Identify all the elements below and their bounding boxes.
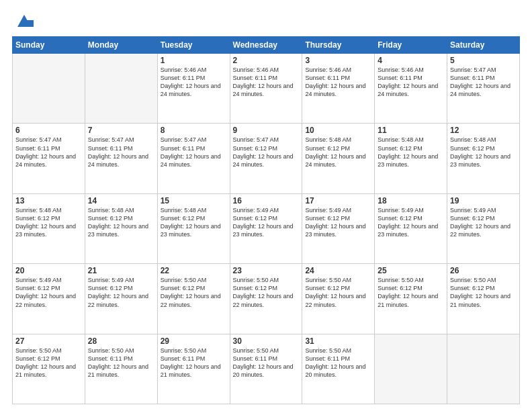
calendar-week-1: 1Sunrise: 5:46 AM Sunset: 6:11 PM Daylig…: [13, 54, 520, 124]
day-number: 18: [378, 196, 444, 205]
day-number: 7: [88, 126, 154, 135]
day-info: Sunrise: 5:49 AM Sunset: 6:12 PM Dayligh…: [450, 206, 517, 239]
day-number: 14: [88, 196, 154, 205]
day-info: Sunrise: 5:49 AM Sunset: 6:12 PM Dayligh…: [88, 276, 154, 309]
day-info: Sunrise: 5:50 AM Sunset: 6:11 PM Dayligh…: [161, 347, 227, 379]
calendar-cell: 28Sunrise: 5:50 AM Sunset: 6:11 PM Dayli…: [85, 334, 157, 404]
day-info: Sunrise: 5:50 AM Sunset: 6:11 PM Dayligh…: [88, 347, 154, 379]
day-number: 8: [161, 126, 227, 135]
day-info: Sunrise: 5:50 AM Sunset: 6:12 PM Dayligh…: [450, 276, 517, 309]
day-info: Sunrise: 5:47 AM Sunset: 6:12 PM Dayligh…: [233, 136, 300, 169]
day-number: 10: [305, 126, 371, 135]
calendar-table: SundayMondayTuesdayWednesdayThursdayFrid…: [12, 36, 520, 404]
day-number: 31: [305, 336, 371, 346]
logo: [12, 11, 34, 30]
calendar-week-3: 13Sunrise: 5:48 AM Sunset: 6:12 PM Dayli…: [13, 193, 520, 263]
day-info: Sunrise: 5:47 AM Sunset: 6:11 PM Dayligh…: [88, 136, 154, 169]
calendar-cell: 18Sunrise: 5:49 AM Sunset: 6:12 PM Dayli…: [375, 193, 447, 263]
day-number: 29: [161, 336, 227, 346]
day-number: 20: [15, 266, 82, 275]
weekday-header-thursday: Thursday: [302, 37, 375, 54]
calendar-cell: 16Sunrise: 5:49 AM Sunset: 6:12 PM Dayli…: [230, 193, 302, 263]
day-number: 16: [233, 196, 300, 205]
day-info: Sunrise: 5:50 AM Sunset: 6:11 PM Dayligh…: [305, 347, 371, 379]
day-info: Sunrise: 5:46 AM Sunset: 6:11 PM Dayligh…: [305, 66, 371, 99]
calendar-cell: 5Sunrise: 5:47 AM Sunset: 6:11 PM Daylig…: [447, 54, 520, 124]
calendar-cell: 25Sunrise: 5:50 AM Sunset: 6:12 PM Dayli…: [375, 264, 447, 334]
calendar-cell: [85, 54, 157, 124]
day-number: 4: [378, 56, 444, 65]
day-info: Sunrise: 5:50 AM Sunset: 6:12 PM Dayligh…: [305, 276, 371, 309]
calendar-cell: 27Sunrise: 5:50 AM Sunset: 6:12 PM Dayli…: [13, 334, 85, 404]
day-info: Sunrise: 5:49 AM Sunset: 6:12 PM Dayligh…: [305, 206, 371, 239]
calendar-cell: 26Sunrise: 5:50 AM Sunset: 6:12 PM Dayli…: [447, 264, 520, 334]
day-number: 11: [378, 126, 444, 135]
day-number: 27: [15, 336, 82, 346]
logo-icon: [15, 11, 34, 30]
calendar-cell: 11Sunrise: 5:48 AM Sunset: 6:12 PM Dayli…: [375, 124, 447, 193]
day-info: Sunrise: 5:50 AM Sunset: 6:12 PM Dayligh…: [378, 276, 444, 309]
day-info: Sunrise: 5:47 AM Sunset: 6:11 PM Dayligh…: [450, 66, 517, 99]
calendar-cell: 13Sunrise: 5:48 AM Sunset: 6:12 PM Dayli…: [13, 193, 85, 263]
weekday-header-wednesday: Wednesday: [230, 37, 302, 54]
day-number: 28: [88, 336, 154, 346]
calendar-cell: 24Sunrise: 5:50 AM Sunset: 6:12 PM Dayli…: [302, 264, 375, 334]
day-number: 5: [450, 56, 517, 65]
weekday-header-monday: Monday: [85, 37, 157, 54]
day-info: Sunrise: 5:49 AM Sunset: 6:12 PM Dayligh…: [378, 206, 444, 239]
calendar-cell: 15Sunrise: 5:48 AM Sunset: 6:12 PM Dayli…: [157, 193, 230, 263]
calendar-cell: 20Sunrise: 5:49 AM Sunset: 6:12 PM Dayli…: [13, 264, 85, 334]
weekday-header-sunday: Sunday: [13, 37, 85, 54]
calendar-cell: 22Sunrise: 5:50 AM Sunset: 6:12 PM Dayli…: [157, 264, 230, 334]
day-number: 13: [15, 196, 82, 205]
day-number: 2: [233, 56, 300, 65]
day-info: Sunrise: 5:46 AM Sunset: 6:11 PM Dayligh…: [161, 66, 227, 99]
calendar-cell: 21Sunrise: 5:49 AM Sunset: 6:12 PM Dayli…: [85, 264, 157, 334]
day-info: Sunrise: 5:48 AM Sunset: 6:12 PM Dayligh…: [15, 206, 82, 239]
calendar-cell: 17Sunrise: 5:49 AM Sunset: 6:12 PM Dayli…: [302, 193, 375, 263]
calendar-cell: 6Sunrise: 5:47 AM Sunset: 6:11 PM Daylig…: [13, 124, 85, 193]
day-number: 15: [161, 196, 227, 205]
weekday-header-saturday: Saturday: [447, 37, 520, 54]
day-number: 6: [15, 126, 82, 135]
day-number: 25: [378, 266, 444, 275]
day-info: Sunrise: 5:50 AM Sunset: 6:11 PM Dayligh…: [233, 347, 300, 379]
day-number: 26: [450, 266, 517, 275]
calendar-cell: 1Sunrise: 5:46 AM Sunset: 6:11 PM Daylig…: [157, 54, 230, 124]
calendar-week-5: 27Sunrise: 5:50 AM Sunset: 6:12 PM Dayli…: [13, 334, 520, 404]
day-number: 23: [233, 266, 300, 275]
page: SundayMondayTuesdayWednesdayThursdayFrid…: [0, 0, 532, 411]
day-number: 9: [233, 126, 300, 135]
day-info: Sunrise: 5:46 AM Sunset: 6:11 PM Dayligh…: [378, 66, 444, 99]
day-info: Sunrise: 5:46 AM Sunset: 6:11 PM Dayligh…: [233, 66, 300, 99]
calendar-cell: 3Sunrise: 5:46 AM Sunset: 6:11 PM Daylig…: [302, 54, 375, 124]
day-info: Sunrise: 5:50 AM Sunset: 6:12 PM Dayligh…: [15, 347, 82, 379]
day-info: Sunrise: 5:49 AM Sunset: 6:12 PM Dayligh…: [233, 206, 300, 239]
day-number: 22: [161, 266, 227, 275]
calendar-week-2: 6Sunrise: 5:47 AM Sunset: 6:11 PM Daylig…: [13, 124, 520, 193]
calendar-cell: 9Sunrise: 5:47 AM Sunset: 6:12 PM Daylig…: [230, 124, 302, 193]
day-number: 1: [161, 56, 227, 65]
day-info: Sunrise: 5:50 AM Sunset: 6:12 PM Dayligh…: [233, 276, 300, 309]
calendar-cell: [375, 334, 447, 404]
day-info: Sunrise: 5:48 AM Sunset: 6:12 PM Dayligh…: [450, 136, 517, 169]
calendar-week-4: 20Sunrise: 5:49 AM Sunset: 6:12 PM Dayli…: [13, 264, 520, 334]
calendar-cell: 31Sunrise: 5:50 AM Sunset: 6:11 PM Dayli…: [302, 334, 375, 404]
day-number: 12: [450, 126, 517, 135]
day-info: Sunrise: 5:48 AM Sunset: 6:12 PM Dayligh…: [378, 136, 444, 169]
calendar-cell: 29Sunrise: 5:50 AM Sunset: 6:11 PM Dayli…: [157, 334, 230, 404]
day-number: 21: [88, 266, 154, 275]
calendar-cell: 8Sunrise: 5:47 AM Sunset: 6:11 PM Daylig…: [157, 124, 230, 193]
weekday-header-tuesday: Tuesday: [157, 37, 230, 54]
day-info: Sunrise: 5:47 AM Sunset: 6:11 PM Dayligh…: [15, 136, 82, 169]
calendar-cell: 19Sunrise: 5:49 AM Sunset: 6:12 PM Dayli…: [447, 193, 520, 263]
calendar-cell: 30Sunrise: 5:50 AM Sunset: 6:11 PM Dayli…: [230, 334, 302, 404]
day-info: Sunrise: 5:50 AM Sunset: 6:12 PM Dayligh…: [161, 276, 227, 309]
day-number: 3: [305, 56, 371, 65]
calendar-cell: 10Sunrise: 5:48 AM Sunset: 6:12 PM Dayli…: [302, 124, 375, 193]
calendar-cell: 2Sunrise: 5:46 AM Sunset: 6:11 PM Daylig…: [230, 54, 302, 124]
day-number: 24: [305, 266, 371, 275]
header: [12, 11, 520, 30]
day-info: Sunrise: 5:48 AM Sunset: 6:12 PM Dayligh…: [305, 136, 371, 169]
day-info: Sunrise: 5:47 AM Sunset: 6:11 PM Dayligh…: [161, 136, 227, 169]
